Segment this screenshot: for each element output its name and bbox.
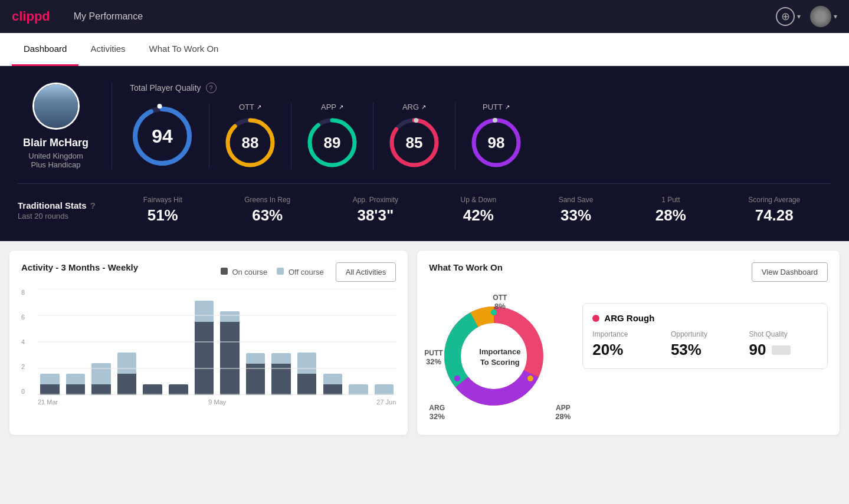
stats-subtitle: Last 20 rounds [18,212,112,220]
gauge-ott-arrow: ↗ [257,104,261,110]
chart-bars-container [38,289,396,395]
gauge-putt: PUTT ↗ 98 [455,103,537,169]
x-label-jun: 27 Jun [376,398,396,406]
avatar-group[interactable]: ▾ [810,6,837,27]
wtwo-header: What To Work On View Dashboard [429,262,828,282]
stat-updown-value: 42% [461,206,497,225]
gauge-app-circle: 89 [306,116,359,169]
donut-label-ott: OTT8% [493,294,507,311]
stat-sandsave: Sand Save 33% [559,196,594,225]
donut-center-label: ImportanceTo Scoring [476,347,523,368]
gauge-arg: ARG ↗ 85 [373,103,455,169]
gauge-putt-arrow: ↗ [505,104,510,110]
chart-header: Activity - 3 Months - Weekly On course O… [21,262,396,282]
app-logo: clippd [12,9,50,24]
svg-point-25 [454,375,460,381]
activity-panel: Activity - 3 Months - Weekly On course O… [9,251,408,435]
stat-greens-label: Greens In Reg [244,196,290,204]
stat-proximity-label: App. Proximity [353,196,398,204]
stats-title: Traditional Stats ? [18,200,112,210]
stat-greens: Greens In Reg 63% [244,196,290,225]
add-icon[interactable]: ⊕ [776,7,795,26]
stats-row: Traditional Stats ? Last 20 rounds Fairw… [18,183,831,225]
tab-what-to-work-on[interactable]: What To Work On [137,33,231,66]
legend-off-label: Off course [289,268,324,276]
stat-greens-value: 63% [244,206,290,225]
gauge-app: APP ↗ 89 [291,103,373,169]
detail-metric-shotquality: Shot Quality 90 [749,330,818,359]
detail-dot [592,315,599,322]
donut-label-arg: ARG32% [429,404,445,421]
add-button-group[interactable]: ⊕ ▾ [776,7,801,26]
dashboard-banner: Blair McHarg United Kingdom Plus Handica… [0,66,849,241]
detail-metrics: Importance 20% Opportunity 53% Shot Qual… [592,330,818,359]
stat-fairways: Fairways Hit 51% [143,196,182,225]
wtwo-panel: What To Work On View Dashboard [417,251,840,435]
gauge-main: 94 [130,104,209,169]
chart-controls: On course Off course All Activities [221,262,396,282]
tab-activities[interactable]: Activities [78,33,137,66]
legend-on-dot [221,268,228,275]
stats-help-icon[interactable]: ? [90,200,96,210]
stat-oneputt-value: 28% [655,206,686,225]
chart-grid [38,289,396,395]
y-label-2: 2 [21,363,25,370]
stat-scoring: Scoring Average 74.28 [748,196,800,225]
chart-legend: On course Off course [221,268,324,276]
gauge-arg-arrow: ↗ [421,104,426,110]
detail-importance-label: Importance [592,330,661,338]
player-avatar [32,83,80,130]
stat-oneputt: 1 Putt 28% [655,196,686,225]
gauge-app-arrow: ↗ [339,104,343,110]
player-avatar-image [34,84,78,128]
header-left: clippd My Performance [12,9,143,24]
wtwo-title: What To Work On [429,262,502,272]
wtwo-content: ImportanceTo Scoring OTT8% APP28% ARG32%… [429,291,828,423]
detail-opportunity-value: 53% [671,341,740,359]
tabs: Dashboard Activities What To Work On [0,33,849,66]
stat-sandsave-value: 33% [559,206,594,225]
y-label-6: 6 [21,314,25,321]
bottom-panels: Activity - 3 Months - Weekly On course O… [0,241,849,444]
gauge-app-value: 89 [324,134,341,152]
quality-section: Total Player Quality ? 94 [112,83,831,169]
detail-shotquality-value: 90 [749,341,818,359]
header: clippd My Performance ⊕ ▾ ▾ [0,0,849,33]
legend-on-course: On course [221,268,268,276]
tab-dashboard[interactable]: Dashboard [12,33,78,66]
detail-card: ARG Rough Importance 20% Opportunity 53%… [582,303,828,369]
legend-on-label: On course [232,268,267,276]
detail-metric-importance: Importance 20% [592,330,661,359]
x-label-may: 9 May [208,398,226,406]
quality-help-icon[interactable]: ? [206,83,217,93]
stat-fairways-label: Fairways Hit [143,196,182,204]
donut-wrapper: ImportanceTo Scoring OTT8% APP28% ARG32%… [429,291,571,423]
gauge-putt-label: PUTT ↗ [483,103,510,111]
all-activities-button[interactable]: All Activities [336,262,396,282]
stat-oneputt-label: 1 Putt [655,196,686,204]
avatar-image [810,6,831,27]
view-dashboard-button[interactable]: View Dashboard [752,262,828,282]
quality-header: Total Player Quality ? [130,83,831,93]
y-label-8: 8 [21,289,25,296]
stat-scoring-value: 74.28 [748,206,800,225]
player-name: Blair McHarg [23,137,88,149]
detail-opportunity-label: Opportunity [671,330,740,338]
donut-label-putt: PUTT32% [424,349,442,366]
avatar-dropdown-arrow: ▾ [834,12,837,21]
avatar[interactable] [810,6,831,27]
shot-quality-bar-indicator [772,345,791,355]
player-info: Blair McHarg United Kingdom Plus Handica… [18,83,112,169]
stat-proximity: App. Proximity 38'3" [353,196,398,225]
stats-items: Fairways Hit 51% Greens In Reg 63% App. … [112,196,831,225]
detail-metric-opportunity: Opportunity 53% [671,330,740,359]
banner-top: Blair McHarg United Kingdom Plus Handica… [18,83,831,169]
gauge-putt-circle: 98 [470,116,523,169]
legend-off-course: Off course [277,268,323,276]
gauge-putt-value: 98 [488,134,505,152]
gauge-app-label: APP ↗ [321,103,343,111]
stats-label: Traditional Stats ? Last 20 rounds [18,200,112,220]
detail-importance-value: 20% [592,341,661,359]
chart-title: Activity - 3 Months - Weekly [21,262,138,272]
player-country: United Kingdom [28,151,83,160]
